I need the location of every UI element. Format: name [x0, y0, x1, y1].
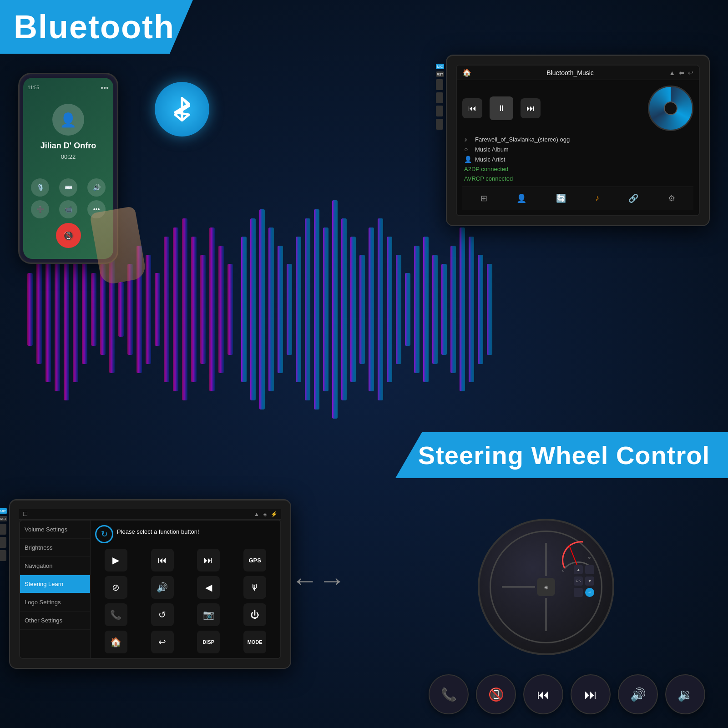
svg-rect-46 [450, 246, 456, 373]
up-icon[interactable]: ▲ [669, 69, 675, 76]
back-icon[interactable]: ⬅ [679, 69, 684, 76]
next-track-button[interactable]: ⏭ [571, 674, 611, 714]
volume-down-button[interactable]: 🔉 [665, 674, 705, 714]
svg-rect-30 [305, 218, 310, 400]
status-icons: ▲ ◈ ⚡ [254, 511, 278, 517]
mute-button[interactable]: 🎙️ [31, 178, 49, 197]
spoke-left [502, 586, 535, 588]
svg-rect-28 [287, 264, 292, 355]
svg-rect-6 [82, 255, 87, 364]
rewind-button[interactable]: ⏮ [462, 98, 482, 118]
volume-settings-item[interactable]: Volume Settings [20, 521, 90, 539]
svg-rect-20 [209, 228, 215, 391]
track-filename-row: ♪ Farewell_of_Slavianka_(stereo).ogg [464, 136, 692, 143]
svg-rect-38 [378, 218, 383, 400]
center-logo: ◉ [544, 585, 548, 590]
bottom-control-buttons: 📞 📵 ⏮ ⏭ 🔊 🔉 [429, 674, 705, 714]
swc-up-button[interactable]: ▲ [574, 565, 583, 574]
end-call-button[interactable]: 📵 [56, 223, 81, 248]
mic-func-button[interactable]: 🎙 [243, 576, 266, 599]
phone-caller-info: 👤 Jilian D' Onfro 00:22 [40, 90, 96, 174]
other-settings-item[interactable]: Other Settings [20, 612, 90, 630]
dialpad-button[interactable]: ⌨️ [59, 178, 77, 197]
logo-settings-item[interactable]: Logo Settings [20, 593, 90, 612]
facetime-button[interactable]: 📹 [59, 200, 77, 218]
side-btn-b2[interactable] [0, 537, 6, 548]
swc-ok-button[interactable]: OK [574, 576, 583, 586]
svg-rect-22 [228, 264, 233, 355]
end-call-bottom-button[interactable]: 📵 [476, 674, 516, 714]
steering-learn-item[interactable]: Steering Learn [20, 575, 90, 593]
svg-rect-14 [155, 273, 160, 346]
sync-icon[interactable]: 🔄 [552, 192, 570, 205]
gear-icon[interactable]: ⚙ [664, 192, 679, 205]
mic-label: MIC [436, 64, 444, 69]
rotate-func-button[interactable]: ↺ [151, 603, 174, 626]
stereo-top-bar: 🏠 Bluetooth_Music ▲ ⬅ ↩ [457, 66, 699, 80]
swc-title: Steering Wheel Control [418, 440, 710, 470]
disp-func-button[interactable]: DISP [197, 631, 220, 653]
pause-button[interactable]: ⏸ [490, 96, 513, 120]
gps-func-item: GPS [234, 549, 276, 571]
steering-wheel-center: ◉ [537, 578, 555, 596]
gps-func-button[interactable]: GPS [243, 549, 266, 571]
svg-rect-44 [432, 255, 438, 364]
play-func-button[interactable]: ▶ [105, 549, 127, 571]
call-func-button[interactable]: 📞 [105, 603, 127, 626]
svg-rect-36 [359, 255, 365, 364]
link-icon[interactable]: 🔗 [625, 192, 642, 205]
wifi-icon: ◈ [263, 511, 267, 517]
swc-back-button[interactable]: ↩ [585, 588, 594, 597]
music-file-icon: ♪ [464, 136, 471, 143]
side-btn-3[interactable] [436, 106, 443, 116]
navigation-item[interactable]: Navigation [20, 557, 90, 575]
mute-func-button[interactable]: ⊘ [105, 576, 127, 599]
home-func-button[interactable]: 🏠 [105, 631, 127, 653]
side-btn-1[interactable] [436, 79, 443, 90]
home-func-item: 🏠 [95, 631, 137, 653]
speaker-button[interactable]: 🔊 [87, 178, 106, 197]
swc-down-button[interactable]: ▼ [585, 576, 594, 586]
grid-icon[interactable]: ⊞ [477, 192, 491, 205]
stereo-top-unit: MIC RST 🏠 Bluetooth_Music ▲ ⬅ ↩ [446, 55, 710, 226]
svg-text:0: 0 [562, 569, 565, 573]
back-func-item: ↩ [142, 631, 183, 653]
camera-func-button[interactable]: 📷 [197, 603, 220, 626]
swc-button-group: ▲ OK ▼ ↩ [574, 565, 594, 597]
bt-icon-small: ⚡ [271, 511, 278, 517]
stereo-bottom-nav: ⊞ 👤 🔄 ♪ 🔗 ⚙ [462, 187, 693, 210]
svg-rect-31 [314, 209, 319, 410]
brightness-item[interactable]: Brightness [20, 539, 90, 557]
phone-status-bar: 11:55 ●●● [28, 85, 109, 90]
svg-rect-47 [460, 228, 465, 391]
mute-func-item: ⊘ [95, 576, 137, 599]
side-btn-4[interactable] [436, 119, 443, 130]
back-func-button[interactable]: ↩ [151, 631, 174, 653]
call-duration: 00:22 [61, 153, 76, 160]
camera-func-item: 📷 [188, 603, 230, 626]
vol-down-func-button[interactable]: ◀ [197, 576, 220, 599]
person-icon[interactable]: 👤 [513, 192, 530, 205]
music-icon[interactable]: ♪ [592, 192, 603, 205]
refresh-icon[interactable]: ↻ [95, 525, 113, 543]
return-icon[interactable]: ↩ [688, 69, 693, 76]
next-func-button[interactable]: ⏭ [197, 549, 220, 571]
music-disc [648, 86, 693, 131]
home-icon[interactable]: 🏠 [462, 68, 471, 77]
svg-rect-33 [332, 200, 338, 419]
rotate-func-item: ↺ [142, 603, 183, 626]
mode-func-button[interactable]: MODE [243, 631, 266, 653]
side-btn-b3[interactable] [0, 550, 6, 561]
prev-func-button[interactable]: ⏮ [151, 549, 174, 571]
prev-track-button[interactable]: ⏮ [523, 674, 563, 714]
call-button[interactable]: 📞 [429, 674, 469, 714]
vol-up-func-button[interactable]: 🔊 [151, 576, 174, 599]
forward-button[interactable]: ⏭ [521, 98, 541, 118]
volume-up-button[interactable]: 🔊 [618, 674, 658, 714]
side-btn-b1[interactable] [0, 524, 6, 535]
bluetooth-music-title: Bluetooth_Music [546, 69, 594, 76]
power-func-button[interactable]: ⏻ [243, 603, 266, 626]
stereo-bottom-frame: ☐ ▲ ◈ ⚡ Volume Settings Brightness Navig… [9, 499, 291, 669]
add-call-button[interactable]: ➕ [31, 200, 49, 218]
side-btn-2[interactable] [436, 92, 443, 103]
